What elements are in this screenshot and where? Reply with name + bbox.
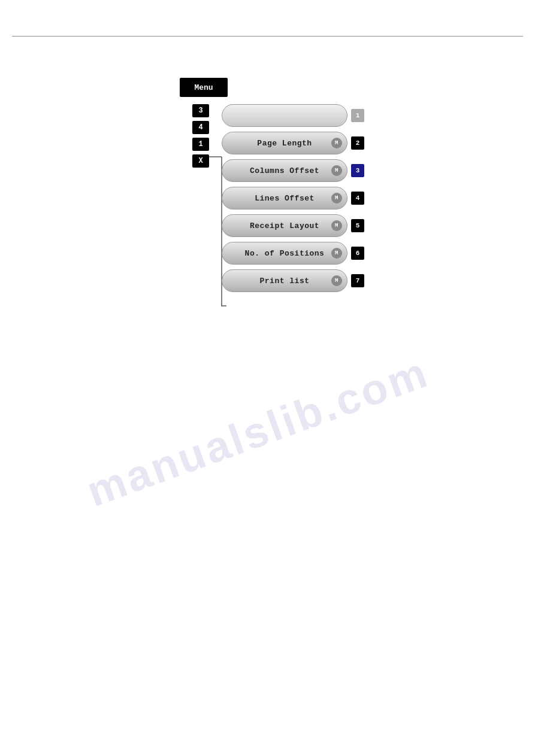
menu-pill-label-receipt-layout: Receipt Layout [250, 221, 319, 230]
menu-pill-lines-offset[interactable]: Lines Offset M [222, 187, 347, 210]
nav-key-x[interactable]: X [192, 154, 209, 168]
nav-key-3[interactable]: 3 [192, 104, 209, 117]
menu-button[interactable]: Menu [180, 78, 228, 97]
menu-pill-label-page-length: Page Length [257, 139, 312, 148]
num-badge-4: 4 [351, 192, 364, 205]
menu-item-row-3: Columns Offset M 3 [222, 159, 364, 182]
menu-item-row-2: Page Length M 2 [222, 132, 364, 154]
menu-item-row-5: Receipt Layout M 5 [222, 214, 364, 237]
menu-item-row-1: 1 [222, 104, 364, 127]
num-badge-6: 6 [351, 247, 364, 260]
nav-keys-column: 3 4 1 X [192, 104, 209, 168]
m-badge-7: M [331, 275, 342, 286]
menu-pill-no-of-positions[interactable]: No. of Positions M [222, 242, 347, 265]
menu-pill-label-print-list: Print list [259, 277, 309, 286]
num-badge-2: 2 [351, 136, 364, 150]
m-badge-3: M [331, 165, 342, 176]
menu-pill-page-length[interactable]: Page Length M [222, 132, 347, 154]
num-badge-1: 1 [351, 109, 364, 122]
menu-pill-receipt-layout[interactable]: Receipt Layout M [222, 214, 347, 237]
menu-item-row-4: Lines Offset M 4 [222, 187, 364, 210]
menu-pill-label-no-of-positions: No. of Positions [245, 249, 325, 258]
top-rule [12, 36, 523, 37]
num-badge-5: 5 [351, 219, 364, 232]
num-badge-7: 7 [351, 274, 364, 287]
nav-key-4[interactable]: 4 [192, 121, 209, 134]
m-badge-6: M [331, 248, 342, 259]
watermark: manualslib.com [80, 347, 435, 516]
menu-item-row-6: No. of Positions M 6 [222, 242, 364, 265]
menu-items-list: 1 Page Length M 2 Columns Offset M 3 Lin… [222, 104, 364, 292]
nav-key-1[interactable]: 1 [192, 138, 209, 151]
m-badge-2: M [331, 138, 342, 148]
m-badge-5: M [331, 220, 342, 231]
menu-pill-label-columns-offset: Columns Offset [250, 166, 319, 175]
menu-pill-label-lines-offset: Lines Offset [255, 194, 315, 203]
menu-pill-1[interactable] [222, 104, 347, 127]
menu-pill-columns-offset[interactable]: Columns Offset M [222, 159, 347, 182]
menu-pill-print-list[interactable]: Print list M [222, 269, 347, 292]
menu-item-row-7: Print list M 7 [222, 269, 364, 292]
m-badge-4: M [331, 193, 342, 204]
num-badge-3: 3 [351, 164, 364, 177]
